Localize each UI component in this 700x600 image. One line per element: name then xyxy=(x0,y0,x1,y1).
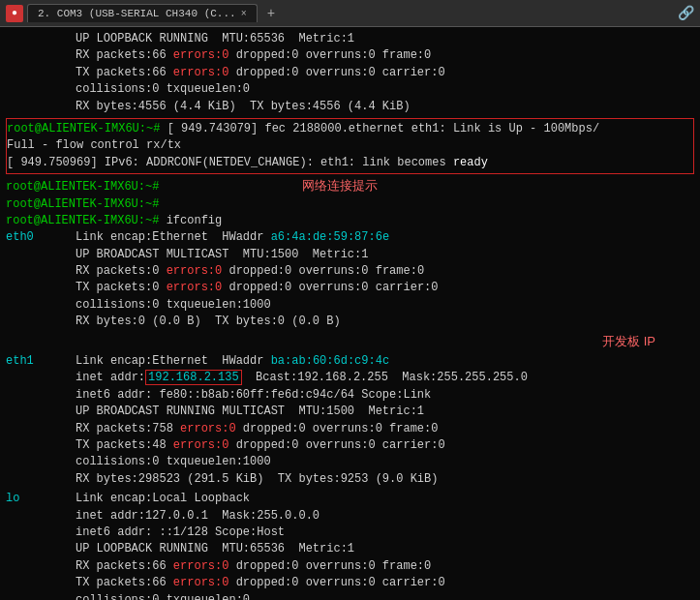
line-eth1-inet6: inet6 addr: fe80::b8ab:60ff:fe6d:c94c/64… xyxy=(6,387,694,404)
line-eth1-inet: inet addr:192.168.2.135 Bcast:192.168.2.… xyxy=(6,370,694,386)
line-rx-packets-lo-prev: RX packets:66 errors:0 dropped:0 overrun… xyxy=(6,47,694,64)
line-lo-header: lo Link encap:Local Loopback xyxy=(6,491,694,507)
line-tx-packets-lo-prev: TX packets:66 errors:0 dropped:0 overrun… xyxy=(6,65,694,81)
tab-add-button[interactable]: + xyxy=(261,6,281,21)
line-eth0-collisions: collisions:0 txqueuelen:1000 xyxy=(6,297,694,314)
line-lo-rx: RX packets:66 errors:0 dropped:0 overrun… xyxy=(6,558,694,575)
line-rx-bytes-lo-prev: RX bytes:4556 (4.4 KiB) TX bytes:4556 (4… xyxy=(6,99,694,115)
link-icon: 🔗 xyxy=(678,5,694,21)
line-eth1-ipv6: [ 949.750969] IPv6: ADDRCONF(NETDEV_CHAN… xyxy=(7,155,693,171)
annotation-devip-container: 开发板 IP xyxy=(6,333,694,351)
annotation-network: 网络连接提示 xyxy=(302,178,378,193)
line-lo-inet: inet addr:127.0.0.1 Mask:255.0.0.0 xyxy=(6,508,694,525)
terminal-output[interactable]: UP LOOPBACK RUNNING MTU:65536 Metric:1 R… xyxy=(0,27,700,600)
line-ifconfig-cmd: root@ALIENTEK-IMX6U:~# ifconfig xyxy=(6,213,694,229)
line-eth0-rx: RX packets:0 errors:0 dropped:0 overruns… xyxy=(6,263,694,280)
line-eth0-header: eth0 Link encap:Ethernet HWaddr a6:4a:de… xyxy=(6,229,694,246)
line-lo-tx: TX packets:66 errors:0 dropped:0 overrun… xyxy=(6,575,694,591)
ip-highlight-box: 192.168.2.135 xyxy=(145,370,242,385)
network-ready-box: root@ALIENTEK-IMX6U:~# [ 949.743079] fec… xyxy=(6,118,694,174)
app-icon: ● xyxy=(6,5,23,22)
line-collisions-lo-prev: collisions:0 txqueuelen:0 xyxy=(6,81,694,98)
line-eth0-broadcast: UP BROADCAST MULTICAST MTU:1500 Metric:1 xyxy=(6,247,694,263)
line-prompt2: root@ALIENTEK-IMX6U:~# xyxy=(6,196,694,213)
tab-label: 2. COM3 (USB-SERIAL CH340 (C... xyxy=(38,8,236,19)
line-eth1-flow: Full - flow control rx/tx xyxy=(7,137,693,154)
line-eth1-running: UP BROADCAST RUNNING MULTICAST MTU:1500 … xyxy=(6,404,694,420)
line-eth1-link-up: root@ALIENTEK-IMX6U:~# [ 949.743079] fec… xyxy=(7,121,693,137)
line-lo-running: UP LOOPBACK RUNNING MTU:65536 Metric:1 xyxy=(6,541,694,557)
line-eth1-tx: TX packets:48 errors:0 dropped:0 overrun… xyxy=(6,437,694,454)
tab-close-button[interactable]: × xyxy=(241,9,247,19)
line-prompt1: root@ALIENTEK-IMX6U:~# 网络连接提示 xyxy=(6,177,694,195)
line-eth1-rx: RX packets:758 errors:0 dropped:0 overru… xyxy=(6,421,694,437)
line-eth1-bytes: RX bytes:298523 (291.5 KiB) TX bytes:925… xyxy=(6,471,694,488)
title-bar: ● 2. COM3 (USB-SERIAL CH340 (C... × + 🔗 xyxy=(0,0,700,27)
line-eth0-bytes: RX bytes:0 (0.0 B) TX bytes:0 (0.0 B) xyxy=(6,314,694,330)
line-lo-collisions: collisions:0 txqueuelen:0 xyxy=(6,592,694,601)
line-eth1-header: eth1 Link encap:Ethernet HWaddr ba:ab:60… xyxy=(6,353,694,370)
annotation-devip: 开发板 IP xyxy=(602,334,655,348)
active-tab[interactable]: 2. COM3 (USB-SERIAL CH340 (C... × xyxy=(27,4,258,22)
line-eth1-collisions: collisions:0 txqueuelen:1000 xyxy=(6,454,694,470)
line-eth0-tx: TX packets:0 errors:0 dropped:0 overruns… xyxy=(6,280,694,296)
line-loopback-up: UP LOOPBACK RUNNING MTU:65536 Metric:1 xyxy=(6,31,694,47)
line-lo-inet6: inet6 addr: ::1/128 Scope:Host xyxy=(6,525,694,541)
